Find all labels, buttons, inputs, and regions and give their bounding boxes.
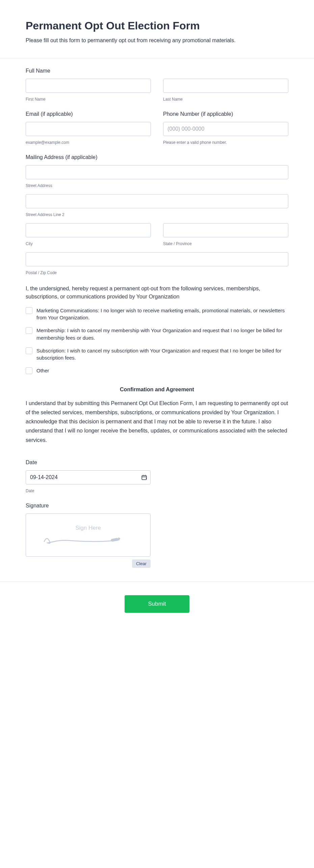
signature-pad[interactable]: Sign Here [26, 514, 151, 557]
form-footer: Submit [0, 581, 314, 633]
street-address-2-input[interactable] [26, 194, 288, 208]
street-sublabel: Street Address [26, 183, 288, 188]
opt-out-statement: I, the undersigned, hereby request a per… [26, 285, 288, 301]
email-label: Email (if applicable) [26, 111, 151, 117]
agreement-text: I understand that by submitting this Per… [26, 399, 288, 445]
submit-button[interactable]: Submit [125, 595, 190, 613]
full-name-label: Full Name [26, 68, 288, 74]
postal-input[interactable] [26, 252, 288, 266]
form-header: Permanent Opt Out Election Form Please f… [0, 0, 314, 58]
email-input[interactable] [26, 122, 151, 136]
subscription-checkbox[interactable] [26, 347, 32, 354]
opt-out-options: Marketing Communications: I no longer wi… [26, 307, 288, 374]
signature-label: Signature [26, 503, 288, 509]
marketing-checkbox[interactable] [26, 307, 32, 314]
city-sublabel: City [26, 241, 151, 246]
form-body: Full Name First Name Last Name Email (if… [0, 58, 314, 581]
membership-checkbox[interactable] [26, 327, 32, 334]
city-input[interactable] [26, 223, 151, 237]
date-sublabel: Date [26, 489, 288, 493]
street2-sublabel: Street Address Line 2 [26, 212, 288, 217]
marketing-label[interactable]: Marketing Communications: I no longer wi… [36, 307, 288, 322]
confirmation-title: Confirmation and Agreement [26, 387, 288, 393]
email-sublabel: example@example.com [26, 140, 151, 145]
membership-label[interactable]: Membership: I wish to cancel my membersh… [36, 327, 288, 342]
address-label: Mailing Address (if applicable) [26, 154, 288, 160]
phone-input[interactable] [163, 122, 288, 136]
phone-label: Phone Number (if applicable) [163, 111, 288, 117]
page-subtitle: Please fill out this form to permanently… [26, 36, 288, 45]
street-address-input[interactable] [26, 165, 288, 179]
clear-signature-button[interactable]: Clear [132, 559, 151, 568]
first-name-input[interactable] [26, 79, 151, 93]
first-name-sublabel: First Name [26, 97, 151, 102]
phone-sublabel: Please enter a valid phone number. [163, 140, 288, 145]
state-input[interactable] [163, 223, 288, 237]
date-label: Date [26, 459, 288, 466]
sign-here-placeholder: Sign Here [75, 525, 101, 531]
last-name-sublabel: Last Name [163, 97, 288, 102]
other-checkbox[interactable] [26, 367, 32, 374]
other-label[interactable]: Other [36, 367, 49, 374]
state-sublabel: State / Province [163, 241, 288, 246]
postal-sublabel: Postal / Zip Code [26, 270, 288, 275]
last-name-input[interactable] [163, 79, 288, 93]
signature-line-icon [41, 532, 135, 546]
date-input[interactable] [26, 470, 151, 484]
page-title: Permanent Opt Out Election Form [26, 19, 288, 33]
subscription-label[interactable]: Subscription: I wish to cancel my subscr… [36, 347, 288, 362]
